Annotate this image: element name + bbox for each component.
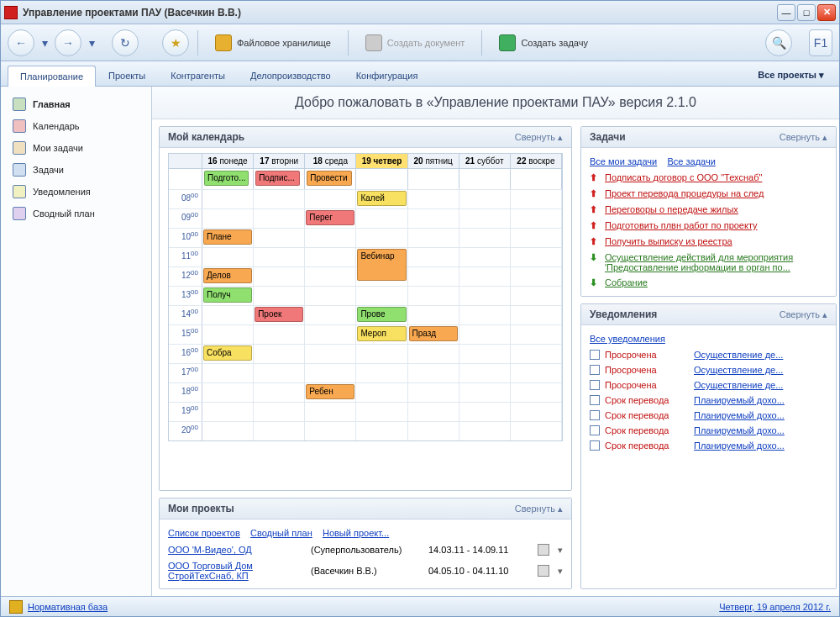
notifications-panel: Уведомления Свернуть ▴ Все уведомления П… — [580, 303, 837, 589]
task-link[interactable]: Получить выписку из реестра — [605, 236, 827, 246]
day-header[interactable]: 20 пятниц — [408, 154, 459, 168]
task-link[interactable]: Проект перевода процедуры на след — [605, 188, 827, 198]
project-name-link[interactable]: ООО Торговый Дом СтройТехСнаб, КП — [168, 561, 302, 581]
day-header[interactable]: 21 суббот — [459, 154, 511, 168]
task-link[interactable]: Подписать договор с ООО "Техснаб" — [605, 172, 827, 182]
day-header[interactable]: 19 четвер — [356, 154, 407, 168]
calendar-event[interactable]: Мероп — [357, 326, 406, 341]
hour-label: 0900 — [169, 209, 202, 228]
sidebar: Главная Календарь Мои задачи Задачи Увед… — [1, 87, 152, 596]
tab-planning[interactable]: Планирование — [8, 66, 96, 87]
refresh-button[interactable]: ↻ — [112, 29, 139, 56]
back-button[interactable]: ← — [8, 29, 34, 56]
checkbox-icon[interactable] — [590, 425, 600, 435]
calendar-event[interactable]: Перег — [306, 210, 354, 225]
notifications-all-link[interactable]: Все уведомления — [590, 334, 665, 344]
notification-status: Просрочена — [605, 350, 689, 360]
checkbox-icon[interactable] — [590, 350, 600, 360]
mytasks-icon — [13, 141, 26, 155]
task-link[interactable]: Осуществление действий для мероприятия '… — [605, 252, 827, 272]
tab-projects[interactable]: Проекты — [96, 65, 158, 86]
checkbox-icon[interactable] — [590, 440, 600, 451]
checkbox-icon[interactable] — [590, 410, 600, 420]
task-link[interactable]: Подготовить плвн работ по проекту — [605, 220, 827, 230]
statusbar-date[interactable]: Четверг, 19 апреля 2012 г. — [719, 602, 831, 612]
allday-event[interactable]: Подпис... — [255, 171, 300, 186]
notification-link[interactable]: Планируемый дохо... — [694, 395, 827, 405]
notification-link[interactable]: Осуществление де... — [694, 350, 827, 360]
notification-status: Просрочена — [605, 380, 689, 390]
project-row: ООО Торговый Дом СтройТехСнаб, КП(Васечк… — [168, 558, 563, 583]
create-doc-button[interactable]: Создать документ — [357, 31, 474, 55]
notification-link[interactable]: Осуществление де... — [694, 380, 827, 390]
tab-contractors[interactable]: Контрагенты — [158, 65, 238, 86]
notification-link[interactable]: Планируемый дохо... — [694, 440, 827, 451]
project-name-link[interactable]: ООО 'М-Видео', ОД — [168, 545, 302, 555]
notification-link[interactable]: Планируемый дохо... — [694, 410, 827, 420]
project-list-link[interactable]: Список проектов — [168, 528, 240, 538]
projects-collapse[interactable]: Свернуть ▴ — [515, 504, 563, 514]
sidebar-item-home[interactable]: Главная — [1, 93, 151, 115]
chevron-down-icon[interactable]: ▾ — [558, 545, 563, 556]
notification-link[interactable]: Осуществление де... — [694, 365, 827, 375]
tasks-mine-link[interactable]: Все мои задачи — [590, 156, 657, 166]
project-plan-link[interactable]: Сводный план — [250, 528, 312, 538]
sidebar-item-notifications[interactable]: Уведомления — [1, 181, 151, 203]
notifications-collapse[interactable]: Свернуть ▴ — [780, 309, 827, 320]
tab-paperwork[interactable]: Делопроизводство — [238, 65, 344, 86]
calendar-event[interactable]: Плане — [203, 229, 252, 245]
calendar-event[interactable]: Ребен — [306, 384, 354, 399]
calendar-event[interactable]: Делов — [203, 268, 252, 283]
checkbox-icon[interactable] — [590, 395, 600, 405]
tasks-collapse[interactable]: Свернуть ▴ — [780, 132, 827, 143]
sidebar-item-tasks[interactable]: Задачи — [1, 159, 151, 181]
forward-dropdown[interactable]: ▾ — [85, 29, 98, 56]
task-icon — [499, 34, 516, 51]
tasks-icon — [13, 163, 26, 177]
chart-icon[interactable] — [538, 565, 549, 577]
task-link[interactable]: Собрание — [605, 277, 827, 287]
sidebar-item-calendar[interactable]: Календарь — [1, 115, 151, 137]
checkbox-icon[interactable] — [590, 380, 600, 390]
allday-event[interactable]: Подгото... — [204, 171, 249, 186]
checkbox-icon[interactable] — [590, 365, 600, 375]
day-header[interactable]: 16 понеде — [202, 154, 254, 168]
project-new-link[interactable]: Новый проект... — [323, 528, 389, 538]
chevron-down-icon[interactable]: ▾ — [558, 566, 563, 577]
minimize-button[interactable]: — — [777, 4, 795, 21]
close-button[interactable]: ✕ — [817, 4, 836, 21]
all-projects-dropdown[interactable]: Все проекты ▾ — [749, 65, 832, 86]
tasks-panel: Задачи Свернуть ▴ Все мои задачи Все зад… — [580, 126, 837, 297]
day-header[interactable]: 22 воскре — [511, 154, 562, 168]
back-dropdown[interactable]: ▾ — [38, 29, 51, 56]
calendar-collapse[interactable]: Свернуть ▴ — [515, 132, 563, 143]
document-icon — [365, 34, 382, 51]
forward-button[interactable]: → — [55, 29, 81, 56]
allday-event[interactable]: Провести — [307, 171, 351, 186]
notification-row: Срок переводаПланируемый дохо... — [590, 423, 827, 438]
help-button[interactable]: F1 — [809, 29, 832, 56]
favorites-button[interactable]: ★ — [162, 29, 189, 56]
maximize-button[interactable]: □ — [797, 4, 816, 21]
hour-label: 1100 — [169, 248, 202, 266]
toolbar: ← ▾ → ▾ ↻ ★ Файловое хранилище Создать д… — [1, 24, 839, 61]
calendar-event[interactable]: Проек — [255, 307, 303, 322]
calendar-event[interactable]: Калей — [357, 191, 406, 206]
calendar-event[interactable]: Прове — [357, 307, 406, 322]
calendar-event[interactable]: Получ — [203, 287, 252, 303]
calendar-event[interactable]: Празд — [409, 326, 458, 341]
sidebar-item-plan[interactable]: Сводный план — [1, 203, 151, 224]
day-header[interactable]: 17 вторни — [254, 154, 305, 168]
notification-link[interactable]: Планируемый дохо... — [694, 425, 827, 435]
file-storage-button[interactable]: Файловое хранилище — [207, 31, 339, 55]
calendar-event[interactable]: Собра — [203, 345, 252, 361]
tasks-all-link[interactable]: Все задачи — [667, 156, 715, 166]
search-button[interactable]: 🔍 — [765, 29, 792, 56]
chart-icon[interactable] — [538, 544, 549, 556]
task-link[interactable]: Переговоры о передаче жилых — [605, 204, 827, 214]
create-task-button[interactable]: Создать задачу — [491, 31, 596, 55]
tab-config[interactable]: Конфигурация — [344, 65, 431, 86]
day-header[interactable]: 18 среда — [305, 154, 356, 168]
sidebar-item-mytasks[interactable]: Мои задачи — [1, 137, 151, 159]
normative-base-link[interactable]: Нормативная база — [28, 602, 108, 612]
